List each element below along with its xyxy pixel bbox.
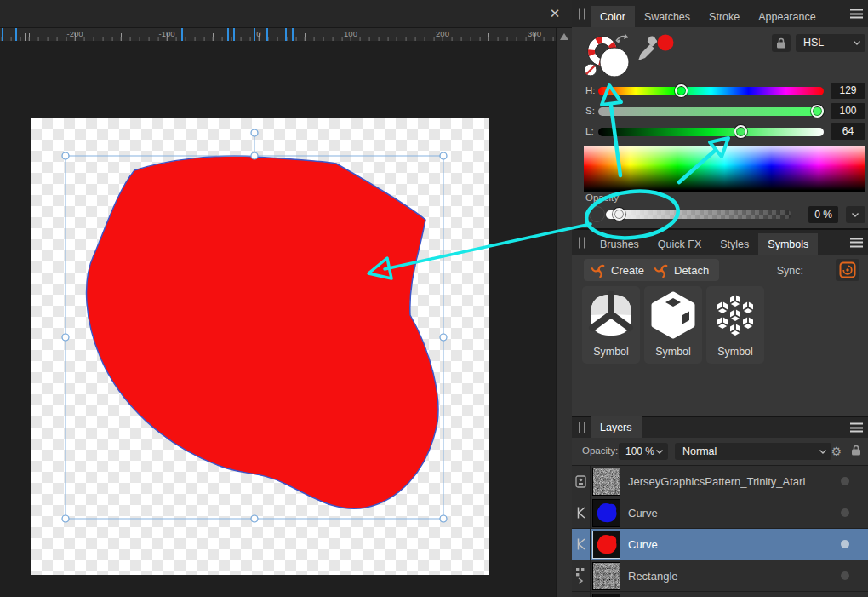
layer-name[interactable]: JerseyGraphicsPattern_Trinity_Atari <box>628 475 841 488</box>
hue-value[interactable]: 129 <box>831 83 865 99</box>
ruler-label: -200 <box>66 29 83 38</box>
create-symbol-button[interactable]: Create <box>584 259 654 281</box>
eyedropper-icon[interactable] <box>633 32 676 66</box>
layer-thumbnail[interactable] <box>592 594 620 597</box>
detach-symbol-button[interactable]: Detach <box>647 259 719 281</box>
tab-swatches[interactable]: Swatches <box>635 6 700 27</box>
hue-slider[interactable] <box>598 87 824 95</box>
panel-grip-icon[interactable] <box>579 9 585 20</box>
opacity-slider-handle[interactable] <box>613 208 625 221</box>
detach-label: Detach <box>674 264 709 277</box>
color-panel: ColorSwatchesStrokeAppearance <box>572 0 868 228</box>
layers-opacity-label: Opacity: <box>582 445 618 456</box>
opacity-slider[interactable] <box>606 210 791 219</box>
opacity-value[interactable]: 0 % <box>808 206 838 223</box>
layer-row[interactable]: Rectangle <box>572 560 868 592</box>
sync-toggle-button[interactable] <box>836 259 859 281</box>
color-mode-select[interactable]: HSL <box>796 34 865 52</box>
symbols-panel: BrushesQuick FXStylesSymbols Create Deta… <box>572 230 868 416</box>
lum-slider-handle[interactable] <box>734 125 747 138</box>
tab-color[interactable]: Color <box>591 6 635 27</box>
blend-mode-select[interactable]: Normal <box>675 443 831 460</box>
lum-value[interactable]: 64 <box>831 123 865 140</box>
layer-name[interactable]: Curve <box>628 538 841 551</box>
opacity-label: Opacity <box>585 192 619 203</box>
ruler-label: 200 <box>436 29 449 38</box>
layer-thumbnail[interactable] <box>592 499 620 527</box>
chevron-down-icon <box>819 450 826 454</box>
ruler-label: 0 <box>256 29 260 38</box>
layer-row[interactable] <box>572 592 868 597</box>
symbols-panel-tabbar: BrushesQuick FXStylesSymbols <box>572 230 868 255</box>
red-curve-shape[interactable] <box>87 156 438 508</box>
canvas-area: ✕ -200-1000100200300 <box>0 0 572 597</box>
curve-layer-icon <box>572 529 591 560</box>
symbol-item[interactable]: Symbol <box>644 286 702 364</box>
swap-colors-icon <box>616 34 628 43</box>
lock-icon[interactable] <box>772 34 791 52</box>
right-panel: ColorSwatchesStrokeAppearance <box>572 0 868 597</box>
vertical-scrollbar[interactable] <box>556 28 572 597</box>
sat-value[interactable]: 100 <box>831 103 865 119</box>
layer-thumbnail[interactable] <box>592 562 620 590</box>
panel-menu-icon[interactable] <box>850 423 863 433</box>
color-spectrum[interactable] <box>584 146 865 192</box>
tab-symbols[interactable]: Symbols <box>758 233 818 255</box>
visibility-dot[interactable] <box>841 508 849 517</box>
close-icon[interactable]: ✕ <box>546 5 563 22</box>
image-layer-icon <box>572 466 591 497</box>
tab-quick-fx[interactable]: Quick FX <box>648 233 711 255</box>
sync-icon <box>839 261 856 278</box>
sat-slider[interactable] <box>598 107 824 116</box>
ruler-guide-mark <box>292 28 294 41</box>
visibility-dot[interactable] <box>841 540 849 548</box>
panel-grip-icon[interactable] <box>579 422 585 433</box>
tab-stroke[interactable]: Stroke <box>700 6 749 27</box>
scroll-up-icon[interactable] <box>560 33 568 40</box>
layer-name[interactable]: Curve <box>628 507 841 520</box>
tab-layers[interactable]: Layers <box>591 416 642 438</box>
rotation-handle <box>251 129 258 136</box>
layer-thumbnail[interactable] <box>592 531 620 559</box>
layer-name[interactable]: Rectangle <box>628 570 841 583</box>
ruler-guide-mark <box>2 28 3 41</box>
symbols-panel-tabs: BrushesQuick FXStylesSymbols <box>591 233 818 255</box>
opacity-preview-circle <box>589 206 605 222</box>
gear-icon[interactable]: ⚙ <box>831 445 842 458</box>
app-window: ✕ -200-1000100200300 <box>0 0 868 597</box>
layers-panel-tabs: Layers <box>591 416 642 438</box>
panel-grip-icon[interactable] <box>579 237 585 248</box>
ruler-guide-mark <box>181 28 183 41</box>
tab-appearance[interactable]: Appearance <box>749 6 825 27</box>
hue-slider-handle[interactable] <box>675 84 688 97</box>
opacity-dropdown-button[interactable] <box>846 206 865 223</box>
create-label: Create <box>611 264 644 277</box>
symbol-icon <box>654 263 669 278</box>
sat-slider-handle[interactable] <box>811 105 824 118</box>
layer-row[interactable]: JerseyGraphicsPattern_Trinity_Atari <box>572 466 868 497</box>
curve-layer-icon <box>572 497 591 529</box>
layer-opacity-select[interactable]: 100 % <box>619 443 668 460</box>
cube-iso-icon <box>649 291 697 339</box>
layers-panel-tabbar: Layers <box>572 417 868 438</box>
panel-menu-icon[interactable] <box>850 238 863 247</box>
group-layer-icon <box>572 560 591 592</box>
layer-row[interactable]: Curve <box>572 529 868 560</box>
panel-menu-icon[interactable] <box>850 9 863 19</box>
layer-thumbnail[interactable] <box>592 468 620 496</box>
tab-styles[interactable]: Styles <box>711 233 758 255</box>
chevron-down-icon <box>852 213 859 217</box>
symbol-item[interactable]: Symbol <box>706 286 764 364</box>
lum-slider[interactable] <box>598 128 824 136</box>
layer-row[interactable]: Curve <box>572 497 868 529</box>
symbol-label: Symbol <box>582 346 640 358</box>
visibility-dot[interactable] <box>841 571 849 580</box>
lock-icon[interactable] <box>851 445 861 456</box>
ruler-guide-mark <box>15 28 17 41</box>
slider-label: L: <box>585 126 594 136</box>
tab-brushes[interactable]: Brushes <box>591 233 648 255</box>
symbol-item[interactable]: Symbol <box>582 286 640 364</box>
visibility-dot[interactable] <box>841 477 849 485</box>
slider-label: H: <box>585 85 596 95</box>
ruler-label: 100 <box>344 29 357 38</box>
